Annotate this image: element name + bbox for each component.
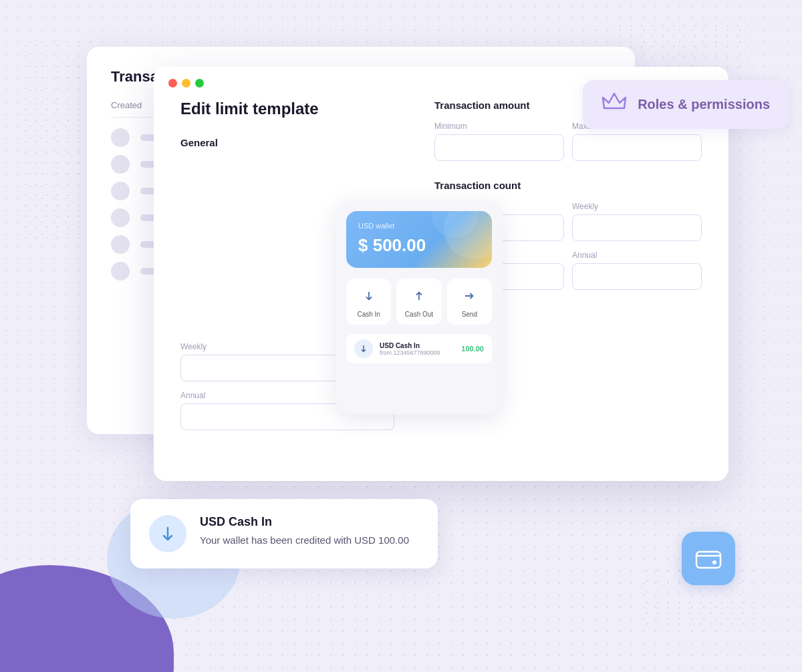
send-icon — [458, 285, 480, 307]
modal-body: Edit limit template General USD wallet $… — [154, 94, 728, 461]
svg-point-1 — [712, 560, 716, 564]
action-buttons-row: Cash In Cash Out — [346, 279, 492, 325]
transaction-item: USD Cash In from 12345677890000 100.00 — [346, 334, 492, 363]
minimum-label: Minimum — [434, 122, 564, 131]
deco-dots-top-right — [615, 20, 749, 73]
minimum-amount-field[interactable] — [434, 134, 564, 161]
send-label: Send — [462, 311, 477, 318]
amount-fields-row — [434, 134, 702, 161]
wallet-widget[interactable] — [682, 532, 735, 585]
edit-limit-modal: Edit limit template General USD wallet $… — [154, 67, 728, 481]
wallet-card: USD wallet $ 500.00 — [346, 211, 492, 268]
svg-rect-0 — [696, 552, 720, 568]
row-avatar — [111, 128, 130, 147]
notification-icon-wrap — [149, 515, 186, 552]
row-avatar — [111, 208, 130, 227]
cash-out-label: Cash Out — [405, 311, 433, 318]
phone-ui: USD wallet $ 500.00 Cash In — [336, 200, 503, 414]
cash-in-button[interactable]: Cash In — [346, 279, 391, 325]
notification-text: Your wallet has been credited with USD 1… — [200, 533, 409, 548]
row-avatar — [111, 182, 130, 200]
notification-title: USD Cash In — [200, 515, 409, 529]
cash-in-label: Cash In — [357, 311, 380, 318]
traffic-light-red[interactable] — [168, 79, 177, 88]
modal-title: Edit limit template — [180, 100, 394, 118]
txn-icon — [354, 339, 373, 358]
deco-dots-left — [20, 40, 87, 240]
weekly-count-label: Weekly — [572, 202, 702, 211]
roles-permissions-badge[interactable]: Roles & permissions — [583, 80, 789, 129]
notification-card: USD Cash In Your wallet has been credite… — [130, 499, 438, 568]
cash-out-icon — [408, 285, 430, 307]
cash-out-button[interactable]: Cash Out — [396, 279, 441, 325]
weekly-count-field[interactable] — [572, 214, 702, 241]
traffic-light-green[interactable] — [195, 79, 204, 88]
annual-count-field[interactable] — [572, 263, 702, 290]
count-section-label: Transaction count — [434, 180, 702, 191]
txn-amount: 100.00 — [461, 345, 484, 353]
row-avatar — [111, 155, 130, 174]
modal-left-panel: Edit limit template General USD wallet $… — [180, 100, 394, 440]
txn-name: USD Cash In — [380, 342, 454, 349]
crown-icon — [602, 92, 627, 117]
row-avatar — [111, 262, 130, 281]
general-section-label: General — [180, 137, 394, 148]
maximum-amount-field[interactable] — [572, 134, 702, 161]
row-avatar — [111, 235, 130, 254]
notification-content: USD Cash In Your wallet has been credite… — [200, 515, 409, 548]
traffic-light-yellow[interactable] — [182, 79, 190, 88]
col-created: Created — [111, 100, 142, 110]
roles-label: Roles & permissions — [638, 97, 770, 112]
cash-in-icon — [358, 285, 380, 307]
txn-from: from 12345677890000 — [380, 349, 454, 356]
annual-count-label: Annual — [572, 250, 702, 260]
send-button[interactable]: Send — [447, 279, 492, 325]
txn-info: USD Cash In from 12345677890000 — [380, 342, 454, 356]
